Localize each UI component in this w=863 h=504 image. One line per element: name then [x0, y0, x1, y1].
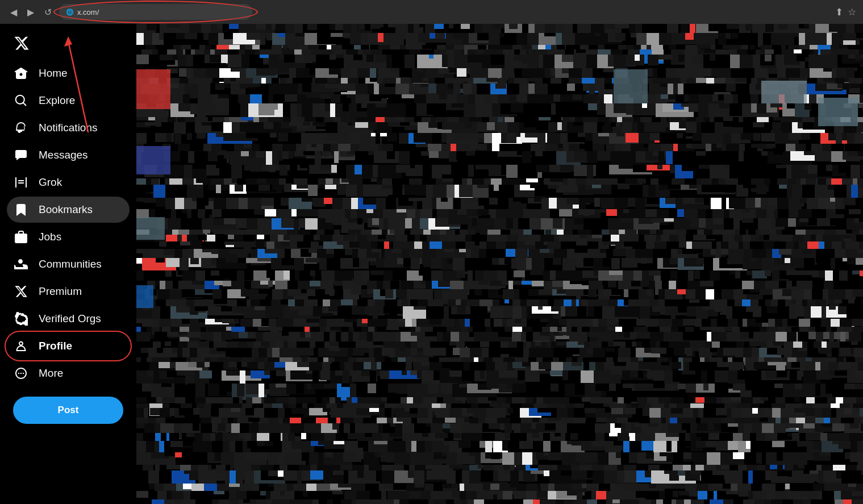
bookmark-star-icon[interactable]: ☆	[848, 6, 856, 18]
sidebar-item-notifications[interactable]: Notifications	[7, 115, 130, 141]
communities-label: Communities	[39, 258, 102, 270]
grok-label: Grok	[39, 176, 62, 189]
verified-orgs-label: Verified Orgs	[39, 313, 101, 325]
premium-icon	[14, 284, 28, 299]
sidebar-item-home[interactable]: Home	[7, 60, 130, 86]
premium-label: Premium	[39, 285, 82, 298]
sidebar-item-explore[interactable]: Explore	[7, 88, 130, 114]
browser-right-icons: ⬆ ☆	[835, 6, 856, 18]
site-icon: 🌐	[66, 9, 74, 16]
more-icon	[14, 366, 28, 381]
grok-icon	[14, 175, 28, 190]
address-bar[interactable]: 🌐 x.com/	[59, 4, 252, 20]
sidebar-item-more[interactable]: More	[7, 360, 130, 386]
explore-icon	[14, 93, 28, 108]
messages-icon	[14, 148, 28, 163]
sidebar-item-grok[interactable]: Grok	[7, 169, 130, 195]
messages-label: Messages	[39, 149, 88, 161]
notifications-label: Notifications	[39, 122, 98, 134]
profile-icon	[14, 339, 28, 353]
nav-buttons: ◀ ▶ ↺	[7, 5, 55, 19]
sidebar-item-verified-orgs[interactable]: Verified Orgs	[7, 306, 130, 332]
sidebar-item-premium[interactable]: Premium	[7, 278, 130, 305]
share-icon[interactable]: ⬆	[835, 6, 843, 18]
bookmarks-icon	[14, 202, 28, 217]
verified-orgs-icon	[14, 311, 28, 326]
main-layout: Home Explore Notifications Messages Grok	[0, 24, 863, 504]
url-text: x.com/	[77, 8, 245, 16]
back-button[interactable]: ◀	[7, 5, 20, 19]
sidebar-item-jobs[interactable]: Jobs	[7, 224, 130, 250]
communities-icon	[14, 257, 28, 272]
profile-label: Profile	[39, 340, 72, 352]
jobs-icon	[14, 230, 28, 244]
forward-button[interactable]: ▶	[24, 5, 37, 19]
sidebar: Home Explore Notifications Messages Grok	[0, 24, 136, 504]
content-canvas	[136, 24, 863, 504]
jobs-label: Jobs	[39, 231, 61, 243]
sidebar-item-bookmarks[interactable]: Bookmarks	[7, 197, 130, 223]
browser-chrome: ◀ ▶ ↺ 🌐 x.com/ ⬆ ☆	[0, 0, 863, 24]
main-content	[136, 24, 863, 504]
bookmarks-label: Bookmarks	[39, 203, 93, 216]
sidebar-item-profile[interactable]: Profile	[7, 333, 130, 359]
home-label: Home	[39, 67, 68, 80]
explore-label: Explore	[39, 94, 75, 107]
home-icon	[14, 66, 28, 81]
x-logo-icon	[14, 35, 30, 51]
notifications-icon	[14, 120, 28, 135]
x-logo-button[interactable]	[7, 28, 36, 58]
sidebar-item-communities[interactable]: Communities	[7, 251, 130, 277]
more-label: More	[39, 367, 63, 380]
post-button[interactable]: Post	[13, 397, 123, 424]
refresh-button[interactable]: ↺	[41, 5, 55, 19]
sidebar-item-messages[interactable]: Messages	[7, 142, 130, 168]
